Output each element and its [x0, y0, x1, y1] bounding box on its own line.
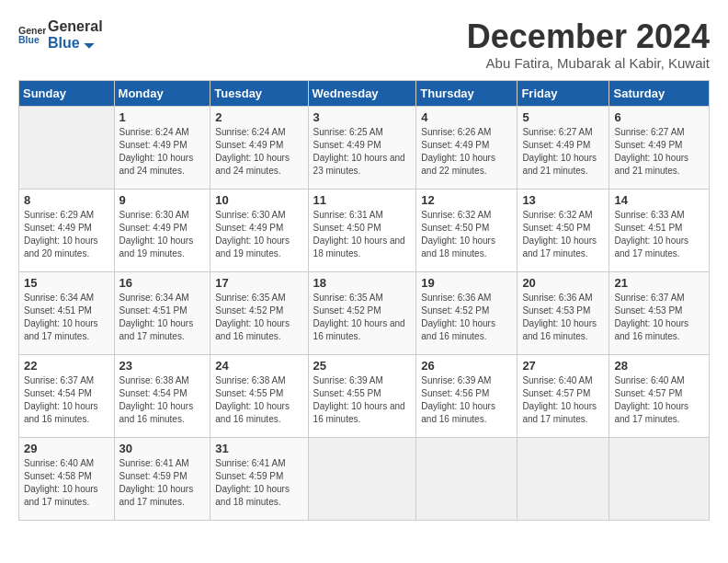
day-number: 8 — [24, 193, 109, 207]
calendar-cell: 14 Sunrise: 6:33 AM Sunset: 4:51 PM Dayl… — [609, 189, 710, 271]
calendar-body: 1 Sunrise: 6:24 AM Sunset: 4:49 PM Dayli… — [19, 106, 710, 520]
day-number: 21 — [614, 276, 704, 290]
calendar-cell: 4 Sunrise: 6:26 AM Sunset: 4:49 PM Dayli… — [416, 106, 518, 189]
day-info: Sunrise: 6:32 AM Sunset: 4:50 PM Dayligh… — [522, 209, 604, 260]
day-info: Sunrise: 6:33 AM Sunset: 4:51 PM Dayligh… — [614, 209, 704, 260]
day-info: Sunrise: 6:41 AM Sunset: 4:59 PM Dayligh… — [119, 457, 206, 509]
day-info: Sunrise: 6:24 AM Sunset: 4:49 PM Dayligh… — [215, 126, 302, 178]
day-info: Sunrise: 6:34 AM Sunset: 4:51 PM Dayligh… — [24, 292, 109, 343]
calendar-cell: 31 Sunrise: 6:41 AM Sunset: 4:59 PM Dayl… — [210, 437, 308, 520]
calendar-cell: 18 Sunrise: 6:35 AM Sunset: 4:52 PM Dayl… — [308, 271, 416, 354]
calendar-cell — [308, 437, 416, 520]
day-info: Sunrise: 6:38 AM Sunset: 4:55 PM Dayligh… — [215, 374, 302, 426]
calendar-cell: 16 Sunrise: 6:34 AM Sunset: 4:51 PM Dayl… — [114, 271, 210, 354]
day-info: Sunrise: 6:39 AM Sunset: 4:56 PM Dayligh… — [421, 374, 512, 426]
day-info: Sunrise: 6:30 AM Sunset: 4:49 PM Dayligh… — [119, 209, 206, 260]
day-info: Sunrise: 6:34 AM Sunset: 4:51 PM Dayligh… — [119, 292, 206, 343]
day-info: Sunrise: 6:36 AM Sunset: 4:52 PM Dayligh… — [421, 292, 512, 343]
column-header-saturday: Saturday — [609, 80, 710, 106]
day-info: Sunrise: 6:37 AM Sunset: 4:54 PM Dayligh… — [24, 374, 109, 426]
calendar-cell: 26 Sunrise: 6:39 AM Sunset: 4:56 PM Dayl… — [416, 354, 518, 437]
day-number: 5 — [522, 110, 604, 124]
calendar-week-1: 8 Sunrise: 6:29 AM Sunset: 4:49 PM Dayli… — [19, 189, 710, 271]
day-number: 24 — [215, 359, 302, 373]
calendar-cell: 20 Sunrise: 6:36 AM Sunset: 4:53 PM Dayl… — [518, 271, 609, 354]
calendar-cell: 2 Sunrise: 6:24 AM Sunset: 4:49 PM Dayli… — [210, 106, 308, 189]
day-info: Sunrise: 6:41 AM Sunset: 4:59 PM Dayligh… — [215, 457, 302, 509]
day-number: 1 — [119, 110, 206, 124]
day-info: Sunrise: 6:40 AM Sunset: 4:58 PM Dayligh… — [24, 457, 109, 509]
day-info: Sunrise: 6:32 AM Sunset: 4:50 PM Dayligh… — [421, 209, 512, 260]
day-number: 28 — [614, 359, 704, 373]
column-header-friday: Friday — [518, 80, 609, 106]
calendar-header-row: SundayMondayTuesdayWednesdayThursdayFrid… — [19, 80, 710, 106]
day-number: 9 — [119, 193, 206, 207]
day-info: Sunrise: 6:31 AM Sunset: 4:50 PM Dayligh… — [313, 209, 412, 260]
calendar-cell: 24 Sunrise: 6:38 AM Sunset: 4:55 PM Dayl… — [210, 354, 308, 437]
day-info: Sunrise: 6:37 AM Sunset: 4:53 PM Dayligh… — [614, 292, 704, 343]
calendar-week-2: 15 Sunrise: 6:34 AM Sunset: 4:51 PM Dayl… — [19, 271, 710, 354]
calendar-cell: 29 Sunrise: 6:40 AM Sunset: 4:58 PM Dayl… — [19, 437, 115, 520]
day-info: Sunrise: 6:24 AM Sunset: 4:49 PM Dayligh… — [119, 126, 206, 178]
day-info: Sunrise: 6:35 AM Sunset: 4:52 PM Dayligh… — [215, 292, 302, 343]
svg-text:Blue: Blue — [18, 34, 40, 45]
calendar-cell: 13 Sunrise: 6:32 AM Sunset: 4:50 PM Dayl… — [518, 189, 609, 271]
column-header-thursday: Thursday — [416, 80, 518, 106]
day-number: 10 — [215, 193, 302, 207]
calendar-cell: 3 Sunrise: 6:25 AM Sunset: 4:49 PM Dayli… — [308, 106, 416, 189]
day-info: Sunrise: 6:29 AM Sunset: 4:49 PM Dayligh… — [24, 209, 109, 260]
day-number: 14 — [614, 193, 704, 207]
calendar-cell — [518, 437, 609, 520]
day-number: 25 — [313, 359, 412, 373]
day-number: 6 — [614, 110, 704, 124]
day-number: 13 — [522, 193, 604, 207]
calendar-cell: 6 Sunrise: 6:27 AM Sunset: 4:49 PM Dayli… — [609, 106, 710, 189]
calendar-week-3: 22 Sunrise: 6:37 AM Sunset: 4:54 PM Dayl… — [19, 354, 710, 437]
calendar-week-0: 1 Sunrise: 6:24 AM Sunset: 4:49 PM Dayli… — [19, 106, 710, 189]
column-header-wednesday: Wednesday — [308, 80, 416, 106]
day-number: 31 — [215, 442, 302, 455]
logo: General Blue General Blue — [18, 18, 103, 51]
day-number: 20 — [522, 276, 604, 290]
calendar-cell: 27 Sunrise: 6:40 AM Sunset: 4:57 PM Dayl… — [518, 354, 609, 437]
day-number: 2 — [215, 110, 302, 124]
column-header-sunday: Sunday — [19, 80, 115, 106]
calendar-cell: 1 Sunrise: 6:24 AM Sunset: 4:49 PM Dayli… — [114, 106, 210, 189]
calendar-cell: 5 Sunrise: 6:27 AM Sunset: 4:49 PM Dayli… — [518, 106, 609, 189]
day-info: Sunrise: 6:30 AM Sunset: 4:49 PM Dayligh… — [215, 209, 302, 260]
title-section: December 2024 Abu Fatira, Mubarak al Kab… — [467, 18, 710, 71]
calendar-subtitle: Abu Fatira, Mubarak al Kabir, Kuwait — [467, 55, 710, 71]
day-info: Sunrise: 6:27 AM Sunset: 4:49 PM Dayligh… — [522, 126, 604, 178]
day-info: Sunrise: 6:40 AM Sunset: 4:57 PM Dayligh… — [614, 374, 704, 426]
calendar-cell: 28 Sunrise: 6:40 AM Sunset: 4:57 PM Dayl… — [609, 354, 710, 437]
day-number: 30 — [119, 442, 206, 455]
calendar-table: SundayMondayTuesdayWednesdayThursdayFrid… — [18, 80, 710, 521]
day-number: 15 — [24, 276, 109, 290]
calendar-cell: 9 Sunrise: 6:30 AM Sunset: 4:49 PM Dayli… — [114, 189, 210, 271]
column-header-tuesday: Tuesday — [210, 80, 308, 106]
calendar-cell: 12 Sunrise: 6:32 AM Sunset: 4:50 PM Dayl… — [416, 189, 518, 271]
calendar-cell: 17 Sunrise: 6:35 AM Sunset: 4:52 PM Dayl… — [210, 271, 308, 354]
day-info: Sunrise: 6:27 AM Sunset: 4:49 PM Dayligh… — [614, 126, 704, 178]
day-info: Sunrise: 6:40 AM Sunset: 4:57 PM Dayligh… — [522, 374, 604, 426]
day-number: 19 — [421, 276, 512, 290]
calendar-cell: 11 Sunrise: 6:31 AM Sunset: 4:50 PM Dayl… — [308, 189, 416, 271]
day-number: 27 — [522, 359, 604, 373]
day-number: 26 — [421, 359, 512, 373]
calendar-title: December 2024 — [467, 18, 710, 55]
calendar-cell: 8 Sunrise: 6:29 AM Sunset: 4:49 PM Dayli… — [19, 189, 115, 271]
calendar-cell: 25 Sunrise: 6:39 AM Sunset: 4:55 PM Dayl… — [308, 354, 416, 437]
column-header-monday: Monday — [114, 80, 210, 106]
day-number: 23 — [119, 359, 206, 373]
day-info: Sunrise: 6:38 AM Sunset: 4:54 PM Dayligh… — [119, 374, 206, 426]
day-info: Sunrise: 6:26 AM Sunset: 4:49 PM Dayligh… — [421, 126, 512, 178]
calendar-cell: 23 Sunrise: 6:38 AM Sunset: 4:54 PM Dayl… — [114, 354, 210, 437]
logo-icon: General Blue — [18, 21, 46, 49]
header: General Blue General Blue December 2024 … — [18, 18, 710, 71]
calendar-cell — [609, 437, 710, 520]
calendar-cell: 19 Sunrise: 6:36 AM Sunset: 4:52 PM Dayl… — [416, 271, 518, 354]
calendar-cell — [416, 437, 518, 520]
day-info: Sunrise: 6:35 AM Sunset: 4:52 PM Dayligh… — [313, 292, 412, 343]
day-info: Sunrise: 6:25 AM Sunset: 4:49 PM Dayligh… — [313, 126, 412, 178]
day-info: Sunrise: 6:36 AM Sunset: 4:53 PM Dayligh… — [522, 292, 604, 343]
